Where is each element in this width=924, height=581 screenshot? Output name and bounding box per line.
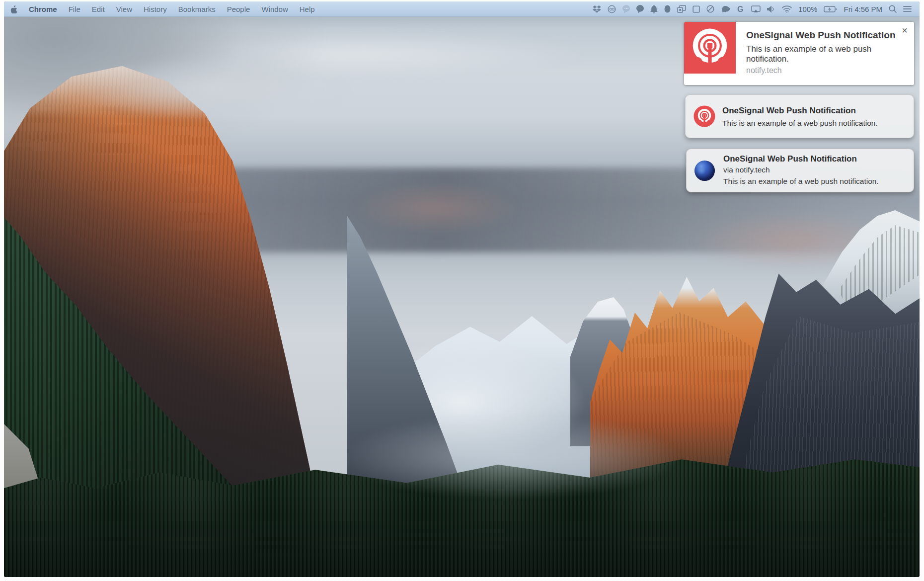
notification-via: via notify.tech [723, 166, 770, 174]
onesignal-logo-icon [684, 22, 736, 74]
menu-history[interactable]: History [144, 5, 167, 13]
wallpaper-valley-mist [322, 414, 699, 508]
screenshot-frame: Chrome File Edit View History Bookmarks … [0, 0, 924, 581]
blue-globe-icon [694, 161, 715, 181]
notification-chrome-web-push[interactable]: OneSignal Web Push Notification This is … [684, 22, 914, 85]
menu-file[interactable]: File [69, 5, 80, 13]
evernote-icon[interactable] [721, 5, 730, 13]
menu-people[interactable]: People [227, 5, 250, 13]
bell-icon[interactable] [650, 5, 658, 13]
wallpaper-summit-fog [59, 51, 367, 126]
frame-icon[interactable] [693, 5, 700, 13]
volume-icon[interactable] [767, 5, 775, 13]
menu-bar-status: G 100% Fri 4:56 PM [593, 5, 912, 13]
notification-title: OneSignal Web Push Notification [722, 106, 856, 116]
dropbox-icon[interactable] [593, 5, 601, 13]
menu-view[interactable]: View [116, 5, 132, 13]
notification-body: This is an example of a web push notific… [723, 177, 879, 186]
airplay-icon[interactable] [751, 5, 761, 13]
battery-percent[interactable]: 100% [798, 5, 817, 13]
menu-help[interactable]: Help [300, 5, 315, 13]
notification-banner-onesignal[interactable]: OneSignal Web Push Notification This is … [685, 94, 914, 138]
notification-banner-safari[interactable]: OneSignal Web Push Notification via noti… [686, 149, 914, 192]
wallpaper-el-capitan [4, 1, 920, 577]
menu-bar-left: Chrome File Edit View History Bookmarks … [10, 5, 315, 13]
notification-center-icon[interactable] [903, 5, 912, 12]
desktop[interactable]: Chrome File Edit View History Bookmarks … [4, 1, 920, 577]
wifi-icon[interactable] [782, 5, 792, 13]
creative-cloud-icon[interactable] [608, 5, 616, 13]
chat-balloon-faded-icon[interactable] [622, 5, 630, 13]
apple-menu-icon[interactable] [10, 5, 17, 13]
menu-edit[interactable]: Edit [92, 5, 105, 13]
menu-app-name[interactable]: Chrome [29, 5, 57, 13]
flux-icon[interactable] [706, 5, 714, 13]
menu-bookmarks[interactable]: Bookmarks [178, 5, 216, 13]
g-icon[interactable]: G [737, 5, 745, 13]
notification-title: OneSignal Web Push Notification [746, 30, 896, 41]
battery-charging-icon[interactable] [824, 6, 837, 12]
displays-icon[interactable] [677, 5, 686, 13]
oval-icon[interactable] [664, 5, 671, 13]
spotlight-search-icon[interactable] [889, 5, 897, 13]
close-icon[interactable]: × [902, 25, 908, 35]
chat-balloon-icon[interactable] [636, 5, 644, 13]
notification-title: OneSignal Web Push Notification [723, 154, 857, 164]
notification-body: This is an example of a web push notific… [746, 44, 901, 64]
svg-text:G: G [737, 5, 743, 13]
onesignal-logo-icon [693, 105, 715, 127]
wallpaper-pink-cloud [352, 180, 521, 235]
notification-source: notify.tech [746, 66, 782, 75]
menu-bar: Chrome File Edit View History Bookmarks … [4, 1, 920, 17]
notification-body: This is an example of a web push notific… [722, 119, 878, 128]
menu-bar-clock[interactable]: Fri 4:56 PM [844, 5, 882, 13]
menu-window[interactable]: Window [261, 5, 288, 13]
